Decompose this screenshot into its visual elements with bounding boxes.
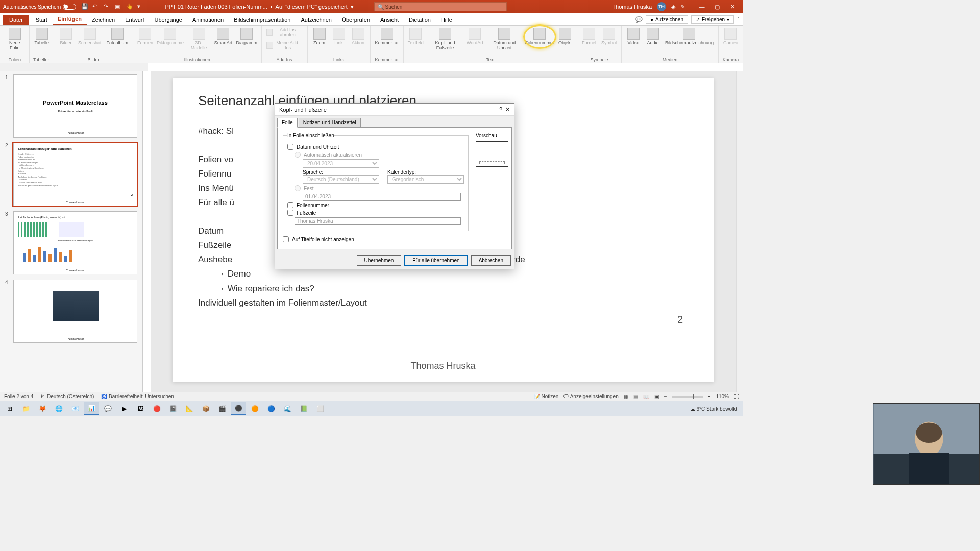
- touch-icon[interactable]: 👆: [126, 3, 133, 10]
- present-icon[interactable]: ▣: [115, 3, 122, 10]
- tab-aufzeichnen[interactable]: Aufzeichnen: [296, 15, 337, 25]
- dialog-help-icon[interactable]: ?: [499, 106, 502, 113]
- tab-uebergaenge[interactable]: Übergänge: [150, 15, 187, 25]
- screen-recording-button[interactable]: Bildschirmaufzeichnung: [664, 27, 715, 47]
- hide-on-title-checkbox[interactable]: [283, 236, 289, 242]
- 3dmodels-button[interactable]: 3D-Modelle: [186, 27, 211, 52]
- tab-animationen[interactable]: Animationen: [187, 15, 229, 25]
- obs-icon[interactable]: ⚫: [231, 402, 246, 415]
- accessibility-status[interactable]: ♿ Barrierefreiheit: Untersuchen: [101, 394, 174, 399]
- audio-button[interactable]: Audio: [644, 27, 662, 47]
- footer-checkbox[interactable]: [287, 210, 293, 216]
- minimize-icon[interactable]: —: [694, 2, 709, 12]
- display-settings-button[interactable]: 🖵 Anzeigeeinstellungen: [564, 394, 618, 399]
- photoalbum-button[interactable]: Fotoalbum: [105, 27, 130, 47]
- datetime-checkbox[interactable]: [287, 144, 293, 150]
- slide-canvas[interactable]: Seitenanzahl einfügen und platzieren #ha…: [173, 78, 714, 382]
- zoom-in-icon[interactable]: +: [708, 394, 711, 399]
- apply-all-button[interactable]: Für alle übernehmen: [404, 255, 468, 266]
- notes-button[interactable]: 📝 Notizen: [534, 394, 559, 399]
- visio-icon[interactable]: 📐: [182, 402, 197, 415]
- tab-start[interactable]: Start: [31, 15, 53, 25]
- draw-icon[interactable]: ✎: [680, 4, 685, 10]
- app4-icon[interactable]: 📦: [198, 402, 213, 415]
- smartart-button[interactable]: SmartArt: [213, 27, 233, 47]
- qat-more-icon[interactable]: ▾: [137, 3, 144, 10]
- coming-soon-icon[interactable]: ◈: [671, 4, 675, 10]
- onenote-icon[interactable]: 📓: [165, 402, 181, 415]
- app6-icon[interactable]: 🟠: [247, 402, 262, 415]
- tab-einfuegen[interactable]: Einfügen: [53, 14, 87, 25]
- apply-button[interactable]: Übernehmen: [357, 255, 402, 266]
- zoom-button[interactable]: Zoom: [311, 27, 328, 47]
- screenshot-button[interactable]: Screenshot: [77, 27, 103, 47]
- explorer-icon[interactable]: 📁: [18, 402, 34, 415]
- link-button[interactable]: Link: [330, 27, 348, 47]
- outlook-icon[interactable]: 📧: [67, 402, 83, 415]
- undo-icon[interactable]: ↶: [92, 3, 100, 10]
- equation-button[interactable]: Formel: [580, 27, 598, 47]
- shapes-button[interactable]: Formen: [136, 27, 154, 47]
- app3-icon[interactable]: 🔴: [149, 402, 164, 415]
- object-button[interactable]: Objekt: [556, 27, 574, 47]
- excel-icon[interactable]: 📗: [296, 402, 311, 415]
- powerpoint-icon[interactable]: 📊: [84, 402, 99, 415]
- save-icon[interactable]: 💾: [81, 3, 88, 10]
- document-title[interactable]: PPT 01 Roter Faden 003 Folien-Numm...• A…: [165, 4, 353, 10]
- close-icon[interactable]: ✕: [725, 2, 740, 12]
- start-icon[interactable]: ⊞: [2, 402, 17, 415]
- slidenumber-checkbox[interactable]: [287, 202, 293, 208]
- weather-widget[interactable]: ☁ 6°C Stark bewölkt: [690, 406, 737, 412]
- tab-dictation[interactable]: Dictation: [404, 15, 436, 25]
- comment-button[interactable]: Kommentar: [374, 27, 401, 47]
- dialog-close-icon[interactable]: ✕: [505, 106, 510, 113]
- tab-entwurf[interactable]: Entwurf: [120, 15, 149, 25]
- my-addins-button[interactable]: Meine Add-Ins: [265, 40, 304, 52]
- tab-ueberpruefen[interactable]: Überprüfen: [337, 15, 375, 25]
- app7-icon[interactable]: 🔵: [263, 402, 279, 415]
- redo-icon[interactable]: ↷: [104, 3, 111, 10]
- language-status[interactable]: 🏳 Deutsch (Österreich): [40, 394, 94, 399]
- app2-icon[interactable]: 🖼: [133, 402, 148, 415]
- vlc-icon[interactable]: ▶: [116, 402, 132, 415]
- search-box[interactable]: 🔍 Suchen: [374, 2, 507, 11]
- vertical-scrollbar[interactable]: [736, 71, 743, 392]
- firefox-icon[interactable]: 🦊: [35, 402, 50, 415]
- tab-hilfe[interactable]: Hilfe: [436, 15, 457, 25]
- header-footer-button[interactable]: Kopf- und Fußzeile: [426, 27, 464, 52]
- action-button[interactable]: Aktion: [350, 27, 367, 47]
- video-button[interactable]: Video: [625, 27, 642, 47]
- new-slide-button[interactable]: Neue Folie: [3, 27, 26, 52]
- dialog-tab-slide[interactable]: Folie: [277, 118, 298, 128]
- cameo-button[interactable]: Cameo: [722, 27, 740, 47]
- reading-view-icon[interactable]: 📖: [643, 394, 649, 399]
- pictures-button[interactable]: Bilder: [57, 27, 75, 47]
- app5-icon[interactable]: 🎬: [214, 402, 230, 415]
- wordart-button[interactable]: WordArt: [466, 27, 484, 47]
- collapse-ribbon-icon[interactable]: ˅: [737, 16, 740, 23]
- comments-icon[interactable]: 💬: [635, 16, 643, 23]
- user-name[interactable]: Thomas Hruska: [612, 4, 652, 10]
- edge-icon[interactable]: 🌊: [280, 402, 295, 415]
- thumbnail-3[interactable]: 3 2 einfacher Achsen (Primär, sekundär) …: [5, 211, 137, 274]
- thumbnail-2[interactable]: 2 Seitenanzahl einfügen und platzieren #…: [5, 143, 137, 206]
- icons-button[interactable]: Piktogramme: [156, 27, 184, 47]
- zoom-slider[interactable]: [672, 396, 703, 398]
- sorter-view-icon[interactable]: ▤: [633, 394, 638, 399]
- cancel-button[interactable]: Abbrechen: [471, 255, 511, 266]
- zoom-out-icon[interactable]: −: [664, 394, 667, 399]
- tab-file[interactable]: Datei: [3, 15, 29, 25]
- slideshow-view-icon[interactable]: ▣: [654, 394, 659, 399]
- table-button[interactable]: Tabelle: [33, 27, 51, 47]
- thumbnail-1[interactable]: 1 PowerPoint Masterclass Präsentieren wi…: [5, 74, 137, 138]
- symbol-button[interactable]: Symbol: [600, 27, 618, 47]
- zoom-level[interactable]: 110%: [716, 394, 729, 399]
- thumbnail-4[interactable]: 4 Thomas Hruska: [5, 280, 137, 343]
- tab-ansicht[interactable]: Ansicht: [375, 15, 404, 25]
- normal-view-icon[interactable]: ▦: [624, 394, 628, 399]
- chrome-icon[interactable]: 🌐: [51, 402, 66, 415]
- chart-button[interactable]: Diagramm: [235, 27, 258, 47]
- autosave-toggle[interactable]: Automatisches Speichern: [3, 4, 76, 10]
- get-addins-button[interactable]: Add-Ins abrufen: [265, 27, 304, 39]
- slidenumber-button[interactable]: Foliennummer: [525, 27, 554, 47]
